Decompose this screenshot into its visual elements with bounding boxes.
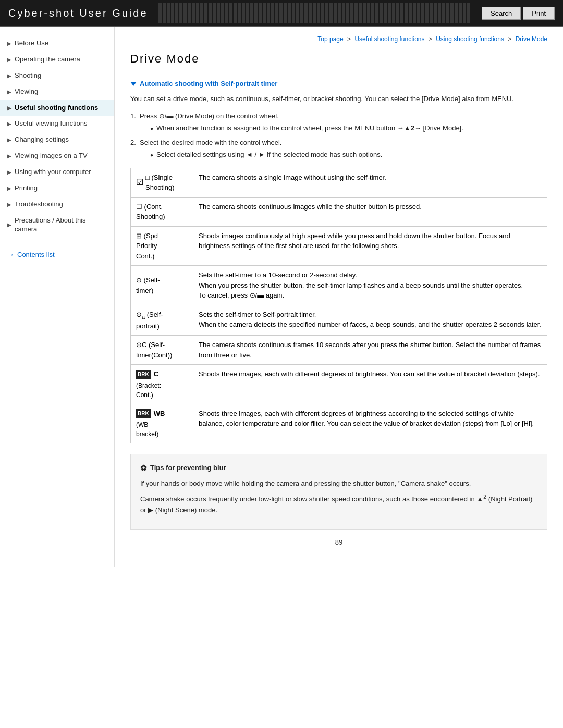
- mode-icon-cell: ⊞ (SpdPriorityCont.): [131, 226, 193, 266]
- mode-description: Shoots three images, each with different…: [193, 365, 547, 404]
- main-layout: ▶ Before Use ▶ Operating the camera ▶ Sh…: [0, 27, 563, 567]
- mode-icon-label: C: [154, 369, 158, 379]
- step-2: Select the desired mode with the control…: [130, 138, 547, 161]
- arrow-icon: ▶: [7, 201, 11, 208]
- sidebar-item-label: Viewing images on a TV: [15, 152, 88, 161]
- mode-icon-cell: ⊙a (Self-portrait): [131, 305, 193, 335]
- sidebar-item-viewing[interactable]: ▶ Viewing: [0, 84, 114, 100]
- mode-description: Shoots three images, each with different…: [193, 404, 547, 443]
- arrow-icon: ▶: [7, 105, 11, 112]
- sidebar-item-printing[interactable]: ▶ Printing: [0, 180, 114, 196]
- mode-description: Sets the self-timer to a 10-second or 2-…: [193, 266, 547, 305]
- table-row: BRK WB (WBbracket) Shoots three images, …: [131, 404, 547, 443]
- gear-icon: ✿: [140, 462, 147, 474]
- breadcrumb: Top page > Useful shooting functions > U…: [130, 35, 547, 43]
- sidebar: ▶ Before Use ▶ Operating the camera ▶ Sh…: [0, 27, 115, 567]
- table-row: ☐ (Cont.Shooting) The camera shoots cont…: [131, 197, 547, 226]
- sidebar-item-label: Using with your computer: [15, 168, 91, 177]
- arrow-icon: ▶: [7, 185, 11, 192]
- sidebar-item-label: Precautions / About this camera: [15, 216, 107, 234]
- sidebar-item-useful-viewing[interactable]: ▶ Useful viewing functions: [0, 116, 114, 132]
- mode-description: The camera shoots a single image without…: [193, 168, 547, 197]
- breadcrumb-drive-mode[interactable]: Drive Mode: [516, 35, 547, 43]
- step-1-sub: When another function is assigned to the…: [140, 123, 547, 134]
- page-number: 89: [130, 530, 547, 551]
- table-row: BRK C (Bracket:Cont.) Shoots three image…: [131, 365, 547, 404]
- arrow-icon: ▶: [7, 137, 11, 143]
- main-content: Top page > Useful shooting functions > U…: [115, 27, 563, 567]
- contents-list-link[interactable]: → Contents list: [0, 246, 114, 263]
- triangle-down-icon: [130, 82, 137, 86]
- mode-icon-label: ⊙a (Self-portrait): [136, 310, 163, 331]
- arrow-icon: ▶: [7, 153, 11, 159]
- tips-title: ✿ Tips for preventing blur: [140, 462, 537, 474]
- sidebar-item-label: Operating the camera: [15, 55, 80, 64]
- mode-icon-label: ⊙ (Self-timer): [136, 275, 160, 295]
- arrow-icon: ▶: [7, 72, 11, 79]
- steps-list: Press ⊙/▬ (Drive Mode) on the control wh…: [130, 111, 547, 161]
- mode-table: ☑ □ (SingleShooting) The camera shoots a…: [130, 168, 547, 443]
- sidebar-item-label: Printing: [15, 184, 38, 193]
- sidebar-item-label: Viewing: [15, 88, 38, 96]
- search-button[interactable]: Search: [482, 7, 521, 20]
- sidebar-divider: [7, 242, 107, 242]
- breadcrumb-useful-shooting[interactable]: Useful shooting functions: [354, 35, 424, 43]
- mode-icon-cell: ⊙ (Self-timer): [131, 266, 193, 305]
- page-title: Drive Mode: [130, 52, 547, 70]
- table-row: ⊙a (Self-portrait) Sets the self-timer t…: [131, 305, 547, 335]
- mode-icon-label: ⊞ (SpdPriorityCont.): [136, 231, 158, 262]
- sidebar-item-useful-shooting[interactable]: ▶ Useful shooting functions: [0, 100, 114, 116]
- sidebar-item-label: Before Use: [15, 39, 48, 48]
- app-title: Cyber-shot User Guide: [8, 7, 148, 19]
- sidebar-item-label: Useful viewing functions: [15, 119, 87, 128]
- tips-text-1: If your hands or body move while holding…: [140, 478, 537, 489]
- mode-icon-cell: BRK C (Bracket:Cont.): [131, 365, 193, 404]
- sidebar-item-before-use[interactable]: ▶ Before Use: [0, 35, 114, 52]
- sidebar-item-precautions[interactable]: ▶ Precautions / About this camera: [0, 213, 114, 238]
- arrow-icon: ▶: [7, 169, 11, 176]
- arrow-icon: ▶: [7, 40, 11, 47]
- table-row: ⊙C (Self-timer(Cont)) The camera shoots …: [131, 336, 547, 365]
- sidebar-item-shooting[interactable]: ▶ Shooting: [0, 68, 114, 84]
- arrow-right-icon: →: [7, 251, 14, 258]
- mode-icon-label: ☐ (Cont.Shooting): [136, 202, 165, 222]
- sidebar-item-label: Changing settings: [15, 135, 69, 144]
- contents-link-label: Contents list: [17, 251, 55, 258]
- sidebar-item-viewing-tv[interactable]: ▶ Viewing images on a TV: [0, 148, 114, 164]
- tips-text-2: Camera shake occurs frequently under low…: [140, 492, 537, 516]
- breadcrumb-sep1: >: [347, 35, 352, 43]
- mode-description: The camera shoots continuous frames 10 s…: [193, 336, 547, 365]
- mode-icon-sublabel: (WBbracket): [136, 420, 188, 439]
- mode-icon-cell: ☑ □ (SingleShooting): [131, 168, 193, 197]
- sidebar-item-computer[interactable]: ▶ Using with your computer: [0, 164, 114, 180]
- section-heading: Automatic shooting with Self-portrait ti…: [130, 80, 547, 88]
- mode-description: Shoots images continuously at high speed…: [193, 226, 547, 266]
- mode-description: The camera shoots continuous images whil…: [193, 197, 547, 226]
- breadcrumb-sep2: >: [429, 35, 434, 43]
- tips-box: ✿ Tips for preventing blur If your hands…: [130, 454, 547, 530]
- sidebar-item-operating[interactable]: ▶ Operating the camera: [0, 52, 114, 68]
- sidebar-item-troubleshooting[interactable]: ▶ Troubleshooting: [0, 196, 114, 213]
- breadcrumb-top[interactable]: Top page: [317, 35, 343, 43]
- sidebar-item-label: Shooting: [15, 71, 41, 80]
- sidebar-item-label: Useful shooting functions: [15, 104, 98, 113]
- mode-description: Sets the self-timer to Self-portrait tim…: [193, 305, 547, 335]
- table-row: ☑ □ (SingleShooting) The camera shoots a…: [131, 168, 547, 197]
- intro-text: You can set a drive mode, such as contin…: [130, 94, 547, 105]
- tips-title-text: Tips for preventing blur: [150, 463, 226, 474]
- sidebar-item-changing-settings[interactable]: ▶ Changing settings: [0, 132, 114, 148]
- print-button[interactable]: Print: [523, 7, 555, 20]
- arrow-icon: ▶: [7, 89, 11, 95]
- mode-icon-cell: ☐ (Cont.Shooting): [131, 197, 193, 226]
- brk-badge: BRK: [136, 370, 151, 379]
- breadcrumb-using-shooting[interactable]: Using shooting functions: [436, 35, 504, 43]
- section-heading-text: Automatic shooting with Self-portrait ti…: [140, 80, 277, 88]
- mode-icon-cell: ⊙C (Self-timer(Cont)): [131, 336, 193, 365]
- table-row: ⊙ (Self-timer) Sets the self-timer to a …: [131, 266, 547, 305]
- step-1: Press ⊙/▬ (Drive Mode) on the control wh…: [130, 111, 547, 134]
- header-decoration: [158, 3, 472, 23]
- sidebar-item-label: Troubleshooting: [15, 200, 63, 209]
- mode-icon-label: WB: [154, 409, 165, 419]
- breadcrumb-sep3: >: [508, 35, 513, 43]
- mode-icon-sublabel: (Bracket:Cont.): [136, 381, 188, 400]
